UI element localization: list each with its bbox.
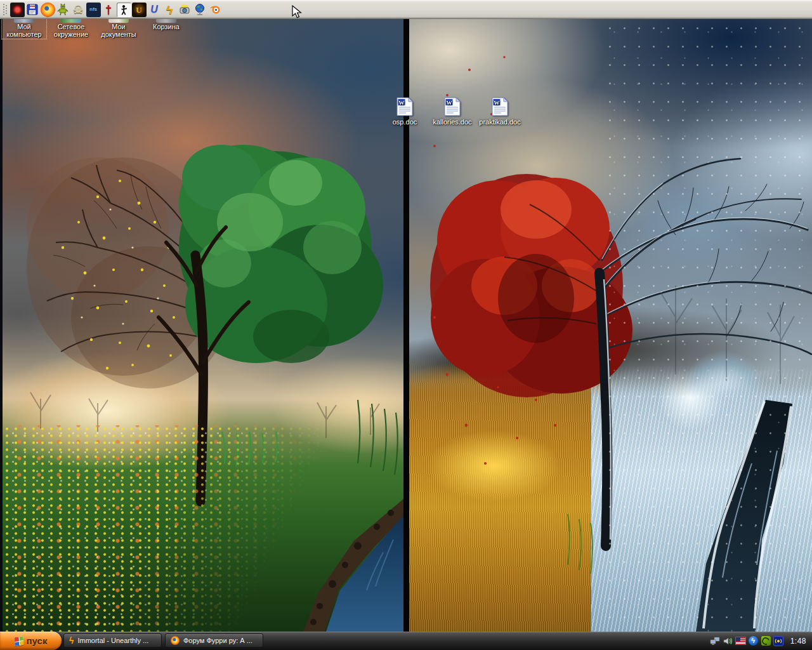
system-tray: ϟ 1:48	[710, 632, 810, 650]
desktop-icon-my-computer[interactable]: Мой компьютер	[0, 23, 48, 38]
file-label: kallories.doc	[428, 118, 477, 126]
clock[interactable]: 1:48	[790, 637, 806, 646]
taskbar: пуск ϟ Immortal - Unearthly ... Форум Фу…	[0, 632, 812, 650]
nfs-game-icon[interactable]: nfs	[86, 3, 101, 17]
task-label: Форум Фурри ру: А ...	[183, 637, 252, 644]
lightning-icon: ϟ	[69, 636, 74, 645]
floppy-save-icon[interactable]	[25, 3, 40, 17]
desktop-icon-label: Корзина	[142, 23, 190, 30]
start-button-label: пуск	[27, 635, 48, 646]
unreal-icon[interactable]: U	[132, 3, 147, 17]
network-icon[interactable]	[710, 635, 721, 646]
desktop-file-praktikad-doc[interactable]: W praktikad.doc	[475, 97, 525, 126]
svg-text:W: W	[399, 100, 405, 106]
blue-lightning-icon[interactable]: ϟ	[748, 635, 759, 646]
svg-text:W: W	[494, 100, 500, 106]
taskbar-task-immortal[interactable]: ϟ Immortal - Unearthly ...	[63, 633, 162, 647]
firefox-icon[interactable]	[41, 3, 55, 17]
taskbar-task-firefox-forum[interactable]: Форум Фурри ру: А ...	[165, 633, 263, 647]
lightning-app-icon[interactable]: ϟ	[162, 3, 177, 17]
desktop-file-osp-doc[interactable]: W osp.doc	[380, 97, 429, 126]
nvidia-icon[interactable]	[761, 635, 771, 646]
globe-icon[interactable]	[193, 3, 207, 17]
desktop-icon-my-documents[interactable]: Мои документы	[95, 23, 143, 38]
wallpaper-left-edge	[0, 19, 3, 632]
desktop-icon-label: Мой компьютер	[0, 23, 48, 38]
desktop-icon-label: Сетевое окружение	[47, 23, 95, 38]
lightning-glyph: ϟ	[166, 4, 173, 16]
windows-flag-icon	[14, 635, 23, 646]
counter-strike-icon[interactable]	[117, 3, 131, 17]
robot-icon	[56, 3, 69, 16]
svg-text:W: W	[447, 100, 452, 106]
dagger-glyph: †	[105, 4, 112, 15]
camera-icon	[178, 3, 191, 16]
nfs-glyph: nfs	[89, 7, 97, 12]
word-doc-icon: W	[492, 97, 508, 116]
soldier-icon	[118, 4, 129, 15]
dagger-app-icon[interactable]: †	[102, 3, 116, 17]
spring-flower-meadow	[3, 425, 323, 632]
wireless-icon[interactable]	[773, 635, 784, 646]
task-label: Immortal - Unearthly ...	[77, 637, 148, 644]
desktop-icon-network-places[interactable]: Сетевое окружение	[47, 23, 95, 38]
firefox-icon	[171, 636, 180, 645]
word-doc-icon: W	[444, 97, 461, 116]
us-flag-keyboard-icon[interactable]	[735, 635, 746, 646]
utorrent-glyph: U	[150, 4, 158, 15]
desktop-icon-label: Мои документы	[95, 23, 143, 38]
desktop-icon-recycle-bin[interactable]: Корзина	[142, 23, 190, 30]
toolbar-grip[interactable]	[3, 4, 7, 15]
snowfall-overlay	[603, 19, 812, 632]
file-label: osp.doc	[380, 118, 429, 126]
word-doc-icon: W	[396, 97, 413, 116]
blender-icon[interactable]	[208, 3, 223, 17]
volume-icon[interactable]	[723, 635, 733, 646]
wallpaper-spring-summer-panel	[3, 19, 403, 632]
red-swirl-app-icon[interactable]	[10, 3, 25, 17]
start-button[interactable]: пуск	[0, 632, 62, 650]
desktop-file-kallories-doc[interactable]: W kallories.doc	[428, 97, 477, 126]
blender-glyph	[209, 3, 221, 16]
desktop[interactable]: Мой компьютер Сетевое окружение Мои доку…	[0, 19, 812, 632]
floppy-icon	[26, 3, 39, 16]
skull-app-icon[interactable]: ☠	[71, 3, 86, 17]
camera-app-icon[interactable]	[178, 3, 192, 17]
robot-app-icon[interactable]	[56, 3, 70, 17]
utorrent-icon[interactable]: U	[147, 3, 162, 17]
file-label: praktikad.doc	[475, 118, 525, 126]
skull-glyph: ☠	[73, 4, 82, 15]
quick-launch-toolbar: ☠ nfs † U U ϟ	[0, 0, 812, 19]
unreal-glyph: U	[136, 6, 141, 14]
globe-glyph	[193, 3, 206, 16]
